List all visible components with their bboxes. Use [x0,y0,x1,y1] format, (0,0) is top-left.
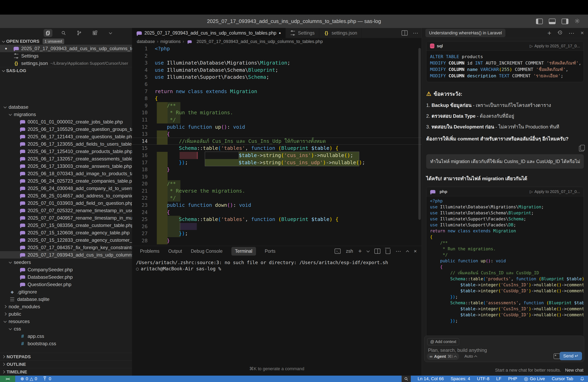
code-line[interactable]: 14 //เพิ่มคอลัมภ์ Cus_Ins และ Cus_Ins_Ud… [132,138,421,145]
tree-item[interactable]: seeders [0,259,132,266]
code-line[interactable]: 28 } [132,237,421,244]
tree-item[interactable]: DatabaseSeeder.php [0,273,132,281]
code-line[interactable]: 15 Schema::table('tables', function (Blu… [132,145,421,152]
tree-item[interactable]: #tailwind.css [0,347,132,349]
tree-item[interactable]: QuestionSeeder.php [0,281,132,288]
tree-item[interactable]: 2025_07_07_040957_rename_timestamp_in_mu… [0,214,132,222]
sidebar-section-outline[interactable]: OUTLINE [0,361,132,368]
status-item-lf[interactable]: LF [496,376,501,382]
open-editor-item[interactable]: {}settings.json~/Library/Application Sup… [0,59,132,67]
tree-item[interactable]: public [0,310,132,318]
tree-item[interactable]: CompanySeeder.php [0,266,132,273]
code-line[interactable]: 19 [132,173,421,180]
close-icon[interactable]: × [581,30,584,36]
chat-input[interactable]: @ Add context Plan, search, build anythi… [424,336,584,362]
code-line[interactable]: 20 /** [132,180,421,187]
status-item-spaces-4[interactable]: Spaces: 4 [451,376,470,382]
code-editor[interactable]: 1<?php23use Illuminate\Database\Migratio… [132,45,421,246]
panel-tab-ports[interactable]: Ports [265,248,276,254]
send-button[interactable]: Send ↵ [560,352,582,360]
gear-icon[interactable] [574,18,580,25]
code-line[interactable]: 5use Illuminate\Support\Facades\Schema; [132,74,421,81]
tree-item[interactable]: 2025_06_24_025723_create_companies_table… [0,177,132,185]
tree-item[interactable]: database.sqlite [0,295,132,303]
sidebar-section-timeline[interactable]: TIMELINE [0,368,132,376]
status-item-utf-8[interactable]: UTF-8 [477,376,489,382]
tree-item[interactable]: resources [0,318,132,325]
breadcrumb-segment[interactable]: database [137,39,155,44]
tree-item[interactable]: 2025_06_17_123055_add_fields_to_users_ta… [0,140,132,148]
code-line[interactable]: 26 // [132,223,421,230]
toggle-sidebar-icon[interactable] [536,19,543,24]
code-line[interactable]: 2 [132,52,421,59]
open-editor-item[interactable]: ●2025_07_17_093943_add_cus_ins_udp_colum… [0,45,132,52]
new-chat-link[interactable]: New chat [565,368,583,373]
panel-tab-debug-console[interactable]: Debug Console [191,248,223,254]
bell-icon[interactable] [580,377,584,381]
remote-indicator[interactable]: >< [0,376,15,382]
breadcrumb-file[interactable]: 2025_07_17_093943_add_cus_ins_udp_column… [197,39,323,44]
code-line[interactable]: 27 }); [132,230,421,237]
window-titlebar[interactable]: 2025_07_17_093943_add_cus_ins_udp_column… [0,15,588,28]
tree-item[interactable]: css [0,325,132,332]
tree-item[interactable]: 0001_01_01_000002_create_jobs_table.php [0,118,132,125]
sql-code[interactable]: ALTER TABLE productsMODIFY COLUMN id INT… [426,51,584,82]
panel-tab-output[interactable]: Output [168,248,182,254]
tree-item[interactable]: 2025_06_25_014657_add_address_to_compani… [0,192,132,199]
code-line[interactable]: 29}; [132,244,421,246]
model-selector[interactable]: Auto [464,354,477,359]
project-root-header[interactable]: SAS-LOG [0,67,132,74]
tree-item[interactable]: 2025_07_17_093943_add_cus_ins_udp_column… [0,251,132,259]
agent-mode-selector[interactable]: ∞ Agent ⌘I [427,353,459,360]
tree-item[interactable]: node_modules [0,303,132,310]
chevron-down-icon[interactable] [367,249,370,252]
tab-2025-07-17-093943-add-cus-ins-udp-columns-to-tables-php[interactable]: 2025_07_17_093943_add_cus_ins_udp_column… [132,28,286,38]
code-line[interactable]: 7return new class extends Migration [132,88,421,95]
tree-item[interactable]: 2025_07_07_025322_rename_timestamp_in_us… [0,207,132,214]
maximize-panel-icon[interactable] [406,250,409,253]
zoom-chip[interactable] [402,376,411,382]
panel-tab-terminal[interactable]: Terminal [231,247,256,256]
editor-scrollbar[interactable] [419,48,421,220]
open-editors-header[interactable]: OPEN EDITORS 1 unsaved [0,38,132,45]
breadcrumb[interactable]: database›migrations›2025_07_17_093943_ad… [132,38,421,45]
history-icon[interactable] [557,30,563,36]
tree-item[interactable]: 2025_07_01_033903_add_field_on_question.… [0,199,132,207]
shell-name[interactable]: zsh [346,248,353,254]
tree-item[interactable]: 2025_06_17_133003_create_answers_table.p… [0,162,132,170]
tree-item[interactable]: 2025_07_15_122833_create_agency_customer… [0,236,132,244]
code-line[interactable]: 8{ [132,95,421,102]
status-item-ln-14-col-66[interactable]: Ln 14, Col 66 [418,376,444,382]
panel-tab-problems[interactable]: Problems [140,248,159,254]
tree-item[interactable]: 2025_07_15_083356_create_customer_table.… [0,222,132,229]
terminal-output[interactable]: /Users/aritach/.zshrc:source:3: no such … [132,256,421,272]
split-editor-icon[interactable] [402,30,408,36]
code-line[interactable]: 23 public function down(): void [132,202,421,209]
php-code[interactable]: <?phpuse Illuminate\Database\Migrations\… [426,196,584,325]
code-line[interactable]: 24 { [132,209,421,216]
tree-item[interactable]: 2025_06_24_030048_add_company_id_to_user… [0,185,132,192]
tree-item[interactable]: 2025_06_17_105529_create_question_groups… [0,125,132,133]
tab-settings-json[interactable]: {}settings.json [319,28,362,38]
status-item-go-live[interactable]: ◎Go Live [524,376,545,382]
source-control-icon[interactable] [75,29,84,37]
tree-item[interactable]: 2025_06_17_121443_create_questions_table… [0,133,132,140]
tree-item[interactable]: 2025_06_17_125410_create_products_table.… [0,148,132,155]
toggle-panel-icon[interactable] [549,19,556,24]
apply-button[interactable]: ▷Apply to 2025_07_17_0... [530,189,580,194]
tree-item[interactable]: #bootstrap.css [0,340,132,347]
tree-item[interactable]: 2025_07_15_120608_create_agency_table.ph… [0,229,132,236]
copy-icon[interactable] [579,146,584,152]
tree-item[interactable]: #app.css [0,332,132,340]
breadcrumb-segment[interactable]: migrations [160,39,181,44]
search-icon[interactable] [59,29,68,37]
inline-suggestion-overlay[interactable]: $table->string('cus_ins')->nullable();$t… [205,152,359,166]
new-terminal-icon[interactable]: + [358,248,362,254]
problems-indicator[interactable]: ⊗0 △0 [21,376,37,382]
tree-item[interactable]: 2025_06_18_070343_add_image_to_products_… [0,170,132,177]
close-panel-icon[interactable]: × [414,248,417,254]
code-line[interactable]: 21 * Reverse the migrations. [132,187,421,195]
chevron-down-icon[interactable] [106,29,115,37]
code-line[interactable]: 4use Illuminate\Database\Schema\Blueprin… [132,67,421,74]
more-actions-icon[interactable]: ⋯ [396,248,401,254]
